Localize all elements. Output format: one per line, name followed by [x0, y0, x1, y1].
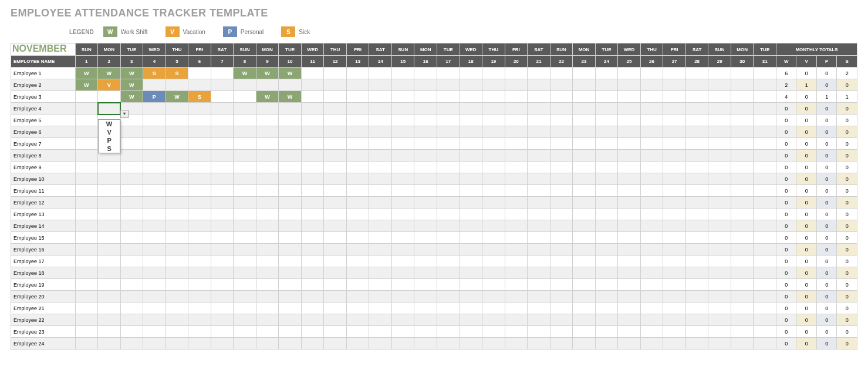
day-cell[interactable] [595, 338, 618, 350]
day-cell[interactable] [391, 256, 414, 267]
day-cell[interactable] [482, 267, 505, 279]
day-cell[interactable] [754, 103, 776, 115]
day-cell[interactable] [482, 197, 505, 209]
day-cell[interactable] [234, 256, 256, 267]
day-cell[interactable] [301, 220, 324, 232]
day-cell[interactable] [460, 220, 482, 232]
day-cell[interactable] [143, 326, 166, 338]
day-cell[interactable] [166, 291, 188, 303]
day-cell[interactable] [75, 162, 98, 173]
day-cell[interactable]: W [234, 68, 256, 79]
day-cell[interactable] [188, 68, 211, 79]
day-cell[interactable] [120, 138, 143, 150]
day-cell[interactable] [98, 303, 121, 314]
day-cell[interactable] [120, 256, 143, 267]
day-cell[interactable] [324, 279, 347, 291]
day-cell[interactable] [550, 279, 573, 291]
day-cell[interactable] [505, 197, 528, 209]
employee-name-cell[interactable]: Employee 22 [11, 314, 76, 326]
day-cell[interactable] [437, 126, 460, 138]
day-cell[interactable] [256, 162, 279, 173]
day-cell[interactable] [98, 162, 121, 173]
day-cell[interactable] [505, 209, 528, 220]
day-cell[interactable] [75, 326, 98, 338]
day-cell[interactable] [391, 138, 414, 150]
day-cell[interactable] [369, 338, 392, 350]
day-cell[interactable] [211, 185, 234, 197]
day-cell[interactable] [369, 279, 392, 291]
day-cell[interactable] [595, 267, 618, 279]
day-cell[interactable] [754, 162, 776, 173]
day-cell[interactable] [75, 220, 98, 232]
day-cell[interactable] [731, 326, 754, 338]
day-cell[interactable] [301, 79, 324, 91]
day-cell[interactable] [505, 126, 528, 138]
employee-name-cell[interactable]: Employee 16 [11, 244, 76, 256]
day-cell[interactable] [120, 150, 143, 162]
day-cell[interactable] [143, 220, 166, 232]
day-cell[interactable] [640, 150, 663, 162]
day-cell[interactable] [166, 150, 188, 162]
dropdown-option-s[interactable]: S [99, 145, 120, 153]
day-cell[interactable] [573, 162, 596, 173]
day-cell[interactable] [98, 326, 121, 338]
day-cell[interactable] [663, 162, 686, 173]
day-cell[interactable] [573, 68, 596, 79]
day-cell[interactable] [279, 185, 302, 197]
day-cell[interactable] [595, 150, 618, 162]
day-cell[interactable] [482, 279, 505, 291]
day-cell[interactable] [618, 185, 641, 197]
day-cell[interactable]: W [279, 68, 302, 79]
day-cell[interactable] [663, 314, 686, 326]
day-cell[interactable] [234, 173, 256, 185]
day-cell[interactable] [663, 126, 686, 138]
day-cell[interactable] [437, 244, 460, 256]
day-cell[interactable] [685, 303, 708, 314]
day-cell[interactable] [369, 314, 392, 326]
day-cell[interactable] [708, 126, 731, 138]
day-cell[interactable] [528, 267, 550, 279]
day-cell[interactable] [391, 126, 414, 138]
day-cell[interactable] [346, 138, 369, 150]
day-cell[interactable] [346, 338, 369, 350]
day-cell[interactable] [437, 303, 460, 314]
day-cell[interactable] [754, 244, 776, 256]
day-cell[interactable] [234, 314, 256, 326]
day-cell[interactable] [120, 232, 143, 244]
day-cell[interactable] [188, 115, 211, 126]
day-cell[interactable] [482, 115, 505, 126]
day-cell[interactable] [505, 326, 528, 338]
day-cell[interactable] [685, 209, 708, 220]
employee-name-cell[interactable]: Employee 6 [11, 126, 76, 138]
day-cell[interactable] [188, 79, 211, 91]
day-cell[interactable] [550, 267, 573, 279]
day-cell[interactable] [98, 91, 121, 103]
day-cell[interactable] [708, 303, 731, 314]
day-cell[interactable] [120, 185, 143, 197]
day-cell[interactable] [256, 138, 279, 150]
day-cell[interactable] [550, 162, 573, 173]
day-cell[interactable] [754, 314, 776, 326]
day-cell[interactable] [685, 68, 708, 79]
day-cell[interactable] [708, 79, 731, 91]
day-cell[interactable] [708, 197, 731, 209]
day-cell[interactable] [234, 279, 256, 291]
day-cell[interactable] [301, 291, 324, 303]
day-cell[interactable] [437, 79, 460, 91]
day-cell[interactable] [505, 79, 528, 91]
day-cell[interactable] [256, 303, 279, 314]
day-cell[interactable] [234, 150, 256, 162]
day-cell[interactable] [256, 291, 279, 303]
day-cell[interactable] [166, 185, 188, 197]
day-cell[interactable] [391, 79, 414, 91]
day-cell[interactable] [414, 220, 437, 232]
day-cell[interactable] [166, 314, 188, 326]
day-cell[interactable] [618, 197, 641, 209]
day-cell[interactable] [98, 209, 121, 220]
day-cell[interactable] [346, 68, 369, 79]
day-cell[interactable] [346, 267, 369, 279]
day-cell[interactable] [437, 291, 460, 303]
day-cell[interactable] [505, 138, 528, 150]
day-cell[interactable] [550, 256, 573, 267]
day-cell[interactable] [256, 314, 279, 326]
